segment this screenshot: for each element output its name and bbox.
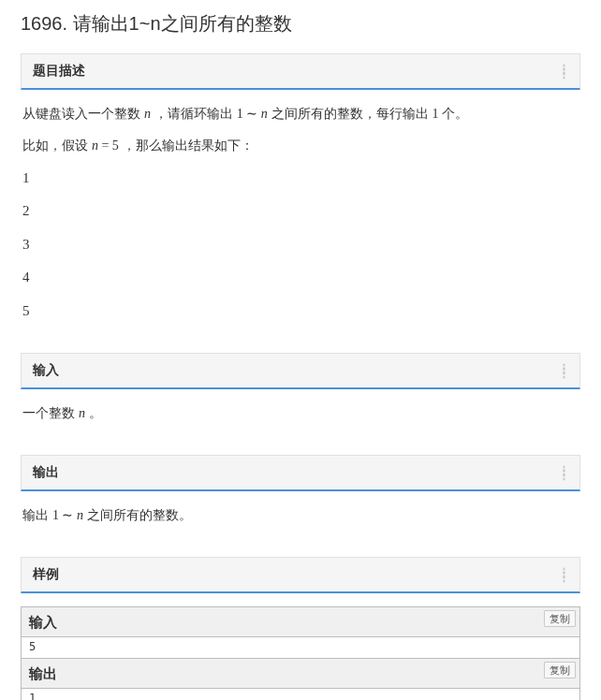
example-out-3: 3 [22,233,579,257]
panel-sample: 样例 ⋮⋮ 输入 复制 5 输出 复制 1 2 3 4 5 [21,557,580,700]
drag-handle-icon: ⋮⋮ [558,67,570,75]
text: ，请循环输出 [151,106,237,121]
panel-body-input: 一个整数 n 。 [21,389,580,442]
heading-text: 输入 [33,362,59,377]
sample-input-label: 输入 [29,614,57,630]
heading-text: 题目描述 [33,63,85,78]
copy-input-button[interactable]: 复制 [544,610,576,627]
text: 从键盘读入一个整数 [22,106,144,121]
text: 一个整数 [22,405,79,420]
math-tilde: ∼ [243,107,261,121]
drag-handle-icon: ⋮⋮ [558,469,570,476]
math-var-n: n [79,406,85,420]
text: 个。 [438,106,468,121]
panel-body-description: 从键盘读入一个整数 n ，请循环输出 1 ∼ n 之间所有的整数，每行输出 1 … [21,90,580,340]
panel-heading-description: 题目描述 ⋮⋮ [21,53,580,90]
panel-description: 题目描述 ⋮⋮ 从键盘读入一个整数 n ，请循环输出 1 ∼ n 之间所有的整数… [21,53,580,340]
panel-body-sample: 输入 复制 5 输出 复制 1 2 3 4 5 [21,593,580,700]
text: 之间所有的整数。 [83,507,192,522]
example-out-4: 4 [22,266,579,290]
sample-input-data: 5 [22,637,579,657]
sample-output-head: 输出 复制 [22,658,579,690]
text: ，那么输出结果如下： [119,138,254,153]
sample-output-data: 1 2 3 4 5 [22,689,579,700]
panel-output: 输出 ⋮⋮ 输出 1 ∼ n 之间所有的整数。 [21,455,580,544]
math-var-n: n [144,107,151,121]
heading-text: 输出 [33,464,59,479]
sample-input-head: 输入 复制 [22,607,579,638]
example-out-5: 5 [22,299,579,324]
text: 输出 [22,507,52,522]
panel-heading-sample: 样例 ⋮⋮ [21,557,580,593]
heading-text: 样例 [33,566,59,581]
panel-heading-input: 输入 ⋮⋮ [21,353,580,389]
panel-body-output: 输出 1 ∼ n 之间所有的整数。 [21,491,580,544]
drag-handle-icon: ⋮⋮ [558,571,570,578]
text: 之间所有的整数，每行输出 [268,106,432,121]
math-var-n: n [92,139,98,153]
example-out-2: 2 [22,199,579,224]
panel-heading-output: 输出 ⋮⋮ [21,455,580,491]
math-eq: = [98,139,112,153]
sample-block: 输入 复制 5 输出 复制 1 2 3 4 5 [21,606,580,700]
example-out-1: 1 [22,167,579,191]
output-text: 输出 1 ∼ n 之间所有的整数。 [22,504,579,527]
text: 。 [85,405,102,420]
input-text: 一个整数 n 。 [22,402,579,425]
drag-handle-icon: ⋮⋮ [558,367,570,374]
panel-input: 输入 ⋮⋮ 一个整数 n 。 [21,353,580,442]
sample-output-label: 输出 [29,665,57,681]
problem-title: 1696. 请输出1~n之间所有的整数 [21,11,580,36]
math-tilde: ∼ [59,508,77,522]
math-num: 1 [52,508,59,522]
desc-line-2: 比如，假设 n = 5 ，那么输出结果如下： [22,135,579,157]
text: 比如，假设 [22,138,92,153]
math-var-n: n [77,508,83,522]
copy-output-button[interactable]: 复制 [544,662,576,678]
math-var-n: n [261,107,268,121]
math-num: 1 [237,107,243,121]
desc-line-1: 从键盘读入一个整数 n ，请循环输出 1 ∼ n 之间所有的整数，每行输出 1 … [22,103,579,125]
math-num: 5 [112,139,119,153]
